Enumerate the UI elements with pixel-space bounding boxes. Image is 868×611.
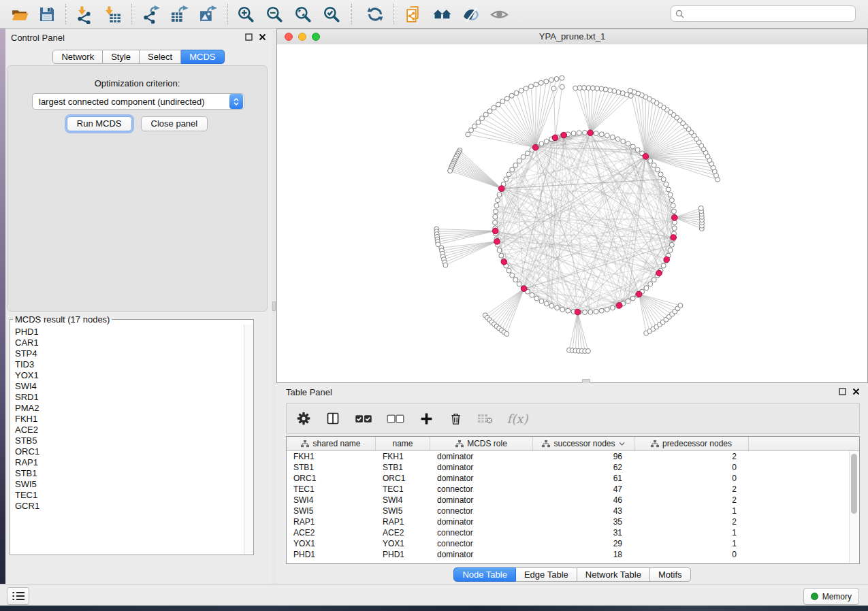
share-document-icon [404, 5, 423, 24]
cell: 1 [634, 506, 749, 516]
node-table: shared namenameMCDS rolesuccessor nodesp… [286, 436, 860, 564]
mcds-result-item[interactable]: TEC1 [15, 490, 244, 501]
mcds-result-item[interactable]: STB1 [15, 468, 244, 479]
mcds-result-item[interactable]: ORC1 [15, 446, 244, 457]
mcds-result-item[interactable]: SWI4 [15, 381, 244, 392]
open-file-button[interactable] [8, 3, 31, 26]
save-floppy-icon [38, 5, 56, 23]
delete-column-icon[interactable] [447, 410, 464, 427]
cell: connector [430, 506, 533, 516]
column-header-successor-nodes[interactable]: successor nodes [533, 437, 634, 450]
task-history-button[interactable] [7, 587, 29, 605]
export-table-button[interactable] [167, 3, 191, 26]
tab-motifs[interactable]: Motifs [650, 567, 691, 582]
table-scrollbar-thumb[interactable] [851, 454, 857, 514]
mcds-result-item[interactable]: CAR1 [15, 337, 244, 348]
mcds-result-item[interactable]: STB5 [15, 435, 244, 446]
mcds-result-item[interactable]: RAP1 [15, 457, 244, 468]
column-header-name[interactable]: name [376, 437, 430, 450]
column-header-shared-name[interactable]: shared name [287, 437, 376, 450]
cell: STB1 [287, 463, 376, 472]
import-network-button[interactable] [72, 3, 95, 26]
zoom-fit-button[interactable] [291, 3, 315, 26]
table-row[interactable]: STB1STB1dominator620 [287, 462, 859, 473]
network-graph[interactable] [277, 44, 867, 382]
home-networks-button[interactable] [430, 3, 453, 26]
refresh-layout-button[interactable] [364, 3, 387, 26]
cell: 0 [634, 550, 749, 559]
table-row[interactable]: SWI5SWI5connector431 [287, 506, 859, 516]
tab-mcds[interactable]: MCDS [181, 50, 224, 64]
tab-edge-table[interactable]: Edge Table [516, 567, 577, 582]
control-panel-header: Control Panel [5, 29, 272, 46]
deselect-all-icon[interactable] [385, 410, 406, 427]
mcds-result-item[interactable]: GCR1 [15, 501, 244, 512]
cell: 46 [533, 495, 634, 505]
table-row[interactable]: ORC1ORC1dominator610 [287, 473, 859, 484]
column-header-predecessor-nodes[interactable]: predecessor nodes [634, 437, 749, 450]
export-network-button[interactable] [139, 3, 162, 26]
cell: 1 [634, 528, 749, 538]
split-divider[interactable] [272, 29, 276, 584]
table-scrollbar[interactable] [849, 451, 858, 563]
mcds-result-item[interactable]: STP4 [15, 348, 244, 359]
add-column-icon[interactable] [417, 410, 435, 427]
toggle-graphics-details-button[interactable] [459, 3, 482, 26]
memory-button[interactable]: Memory [803, 588, 859, 605]
split-divider-handle[interactable] [272, 301, 276, 311]
settings-gear-icon[interactable] [295, 410, 312, 427]
float-panel-icon[interactable] [839, 388, 846, 395]
criterion-dropdown[interactable]: largest connected component (undirected) [32, 93, 244, 110]
network-canvas[interactable] [277, 44, 867, 382]
cell: 43 [533, 506, 634, 516]
float-panel-icon[interactable] [245, 33, 253, 41]
column-header-MCDS-role[interactable]: MCDS role [430, 437, 533, 450]
table-row[interactable]: RAP1RAP1dominator352 [287, 516, 859, 527]
table-panel: Table Panel [276, 383, 868, 584]
import-table-icon [103, 5, 122, 24]
search-field[interactable] [671, 5, 856, 22]
tab-node-table[interactable]: Node Table [453, 567, 516, 582]
cell: connector [430, 484, 533, 494]
control-panel-tabs: Network Style Select MCDS [5, 50, 272, 64]
zoom-selected-button[interactable] [320, 3, 343, 26]
cell: dominator [430, 463, 533, 472]
table-row[interactable]: TEC1TEC1connector472 [287, 484, 859, 495]
table-row[interactable]: ACE2ACE2connector311 [287, 527, 859, 538]
mcds-result-item[interactable]: FKH1 [15, 414, 244, 425]
zoom-out-button[interactable] [263, 3, 286, 26]
mcds-result-item[interactable]: YOX1 [15, 370, 244, 381]
share-document-button[interactable] [402, 3, 425, 26]
run-mcds-button[interactable]: Run MCDS [67, 116, 132, 131]
export-image-button[interactable] [196, 3, 219, 26]
network-titlebar[interactable]: YPA_prune.txt_1 [277, 29, 867, 45]
show-hide-eye-button[interactable] [487, 3, 511, 26]
cell: TEC1 [376, 484, 430, 494]
tab-style[interactable]: Style [103, 50, 140, 64]
mcds-result-scrollbar[interactable] [244, 325, 253, 555]
criterion-value: largest connected component (undirected) [33, 97, 229, 107]
tab-network-table[interactable]: Network Table [577, 567, 650, 582]
close-panel-button[interactable]: Close panel [141, 116, 208, 131]
close-panel-icon[interactable] [852, 388, 860, 395]
mcds-result-item[interactable]: ACE2 [15, 425, 244, 435]
show-columns-icon[interactable] [324, 410, 342, 427]
search-input[interactable] [688, 8, 851, 19]
mcds-result-item[interactable]: PMA2 [15, 403, 244, 414]
tab-network[interactable]: Network [52, 50, 103, 64]
zoom-in-button[interactable] [234, 3, 257, 26]
save-session-button[interactable] [35, 3, 59, 26]
mcds-result-item[interactable]: SWI5 [15, 479, 244, 490]
close-panel-icon[interactable] [259, 33, 266, 41]
table-row[interactable]: SWI4SWI4dominator462 [287, 495, 859, 506]
mcds-result-item[interactable]: SRD1 [15, 392, 244, 403]
table-row[interactable]: PHD1PHD1dominator180 [287, 549, 859, 560]
table-row[interactable]: YOX1YOX1connector291 [287, 538, 859, 549]
network-title: YPA_prune.txt_1 [277, 31, 867, 42]
tab-select[interactable]: Select [140, 50, 181, 64]
table-row[interactable]: FKH1FKH1dominator962 [287, 451, 859, 462]
select-all-icon[interactable] [353, 410, 374, 427]
mcds-result-item[interactable]: PHD1 [15, 327, 244, 337]
import-table-button[interactable] [101, 3, 124, 26]
mcds-result-item[interactable]: TID3 [15, 359, 244, 370]
